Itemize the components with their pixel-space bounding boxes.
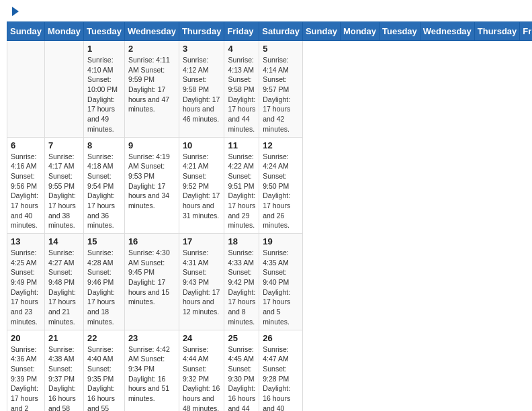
- day-info: Sunrise: 4:47 AM Sunset: 9:28 PM Dayligh…: [263, 345, 299, 412]
- day-info: Sunrise: 4:10 AM Sunset: 10:00 PM Daylig…: [87, 55, 121, 134]
- header-thursday: Thursday: [474, 22, 520, 41]
- day-info: Sunrise: 4:36 AM Sunset: 9:39 PM Dayligh…: [11, 345, 41, 412]
- header-friday: Friday: [520, 22, 532, 41]
- calendar-cell: 15Sunrise: 4:28 AM Sunset: 9:46 PM Dayli…: [84, 234, 125, 330]
- calendar-cell: 9Sunrise: 4:19 AM Sunset: 9:53 PM Daylig…: [124, 137, 179, 234]
- calendar-cell: 21Sunrise: 4:38 AM Sunset: 9:37 PM Dayli…: [44, 330, 83, 411]
- calendar-cell: 11Sunrise: 4:22 AM Sunset: 9:51 PM Dayli…: [224, 137, 259, 234]
- day-number: 1: [87, 44, 121, 54]
- header-sunday: Sunday: [7, 22, 45, 41]
- day-number: 14: [48, 236, 80, 246]
- day-info: Sunrise: 4:45 AM Sunset: 9:30 PM Dayligh…: [228, 345, 255, 412]
- day-number: 17: [183, 236, 221, 246]
- header-sunday: Sunday: [302, 22, 340, 41]
- header-saturday: Saturday: [259, 22, 303, 41]
- day-info: Sunrise: 4:11 AM Sunset: 9:59 PM Dayligh…: [128, 55, 175, 114]
- day-number: 21: [48, 333, 80, 343]
- day-number: 9: [128, 140, 175, 150]
- logo-arrow-icon: [12, 7, 19, 16]
- calendar-cell: 12Sunrise: 4:24 AM Sunset: 9:50 PM Dayli…: [259, 137, 303, 234]
- day-info: Sunrise: 4:28 AM Sunset: 9:46 PM Dayligh…: [87, 248, 121, 327]
- day-info: Sunrise: 4:14 AM Sunset: 9:57 PM Dayligh…: [263, 55, 299, 134]
- day-number: 10: [183, 140, 221, 150]
- day-number: 2: [128, 44, 175, 54]
- calendar-cell: [7, 41, 45, 138]
- calendar-header-row: SundayMondayTuesdayWednesdayThursdayFrid…: [7, 22, 533, 41]
- day-number: 4: [228, 44, 255, 54]
- day-info: Sunrise: 4:44 AM Sunset: 9:32 PM Dayligh…: [183, 345, 221, 412]
- calendar-cell: 2Sunrise: 4:11 AM Sunset: 9:59 PM Daylig…: [124, 41, 179, 138]
- calendar-cell: 4Sunrise: 4:13 AM Sunset: 9:58 PM Daylig…: [224, 41, 259, 138]
- calendar-cell: 19Sunrise: 4:35 AM Sunset: 9:40 PM Dayli…: [259, 234, 303, 330]
- day-number: 22: [87, 333, 121, 343]
- calendar-cell: 18Sunrise: 4:33 AM Sunset: 9:42 PM Dayli…: [224, 234, 259, 330]
- header-thursday: Thursday: [179, 22, 224, 41]
- calendar-cell: 17Sunrise: 4:31 AM Sunset: 9:43 PM Dayli…: [179, 234, 224, 330]
- day-number: 24: [183, 333, 221, 343]
- calendar-cell: 1Sunrise: 4:10 AM Sunset: 10:00 PM Dayli…: [84, 41, 125, 138]
- day-info: Sunrise: 4:12 AM Sunset: 9:58 PM Dayligh…: [183, 55, 221, 124]
- day-info: Sunrise: 4:30 AM Sunset: 9:45 PM Dayligh…: [128, 248, 175, 307]
- day-info: Sunrise: 4:27 AM Sunset: 9:48 PM Dayligh…: [48, 248, 80, 327]
- calendar-cell: 13Sunrise: 4:25 AM Sunset: 9:49 PM Dayli…: [7, 234, 45, 330]
- calendar-week-2: 6Sunrise: 4:16 AM Sunset: 9:56 PM Daylig…: [7, 137, 533, 234]
- day-info: Sunrise: 4:18 AM Sunset: 9:54 PM Dayligh…: [87, 152, 121, 231]
- day-info: Sunrise: 4:16 AM Sunset: 9:56 PM Dayligh…: [11, 152, 41, 231]
- day-number: 8: [87, 140, 121, 150]
- calendar-cell: [44, 41, 83, 138]
- day-info: Sunrise: 4:35 AM Sunset: 9:40 PM Dayligh…: [263, 248, 299, 327]
- calendar-cell: 3Sunrise: 4:12 AM Sunset: 9:58 PM Daylig…: [179, 41, 224, 138]
- calendar-cell: 10Sunrise: 4:21 AM Sunset: 9:52 PM Dayli…: [179, 137, 224, 234]
- page-header: [7, 7, 525, 16]
- day-info: Sunrise: 4:31 AM Sunset: 9:43 PM Dayligh…: [183, 248, 221, 317]
- calendar-table: SundayMondayTuesdayWednesdayThursdayFrid…: [7, 21, 532, 411]
- logo: [9, 7, 19, 16]
- calendar-cell: 7Sunrise: 4:17 AM Sunset: 9:55 PM Daylig…: [44, 137, 83, 234]
- day-number: 11: [228, 140, 255, 150]
- day-number: 25: [228, 333, 255, 343]
- day-number: 5: [263, 44, 299, 54]
- calendar-cell: 14Sunrise: 4:27 AM Sunset: 9:48 PM Dayli…: [44, 234, 83, 330]
- day-info: Sunrise: 4:33 AM Sunset: 9:42 PM Dayligh…: [228, 248, 255, 327]
- day-number: 7: [48, 140, 80, 150]
- day-number: 15: [87, 236, 121, 246]
- day-number: 23: [128, 333, 175, 343]
- day-number: 6: [11, 140, 41, 150]
- day-info: Sunrise: 4:19 AM Sunset: 9:53 PM Dayligh…: [128, 152, 175, 211]
- header-monday: Monday: [340, 22, 379, 41]
- day-number: 19: [263, 236, 299, 246]
- day-info: Sunrise: 4:40 AM Sunset: 9:35 PM Dayligh…: [87, 345, 121, 412]
- day-info: Sunrise: 4:17 AM Sunset: 9:55 PM Dayligh…: [48, 152, 80, 231]
- day-info: Sunrise: 4:13 AM Sunset: 9:58 PM Dayligh…: [228, 55, 255, 134]
- day-number: 3: [183, 44, 221, 54]
- calendar-cell: 23Sunrise: 4:42 AM Sunset: 9:34 PM Dayli…: [124, 330, 179, 411]
- day-info: Sunrise: 4:25 AM Sunset: 9:49 PM Dayligh…: [11, 248, 41, 327]
- header-tuesday: Tuesday: [84, 22, 125, 41]
- day-info: Sunrise: 4:21 AM Sunset: 9:52 PM Dayligh…: [183, 152, 221, 221]
- header-wednesday: Wednesday: [420, 22, 474, 41]
- calendar-cell: 5Sunrise: 4:14 AM Sunset: 9:57 PM Daylig…: [259, 41, 303, 138]
- calendar-cell: 20Sunrise: 4:36 AM Sunset: 9:39 PM Dayli…: [7, 330, 45, 411]
- calendar-cell: 6Sunrise: 4:16 AM Sunset: 9:56 PM Daylig…: [7, 137, 45, 234]
- day-number: 26: [263, 333, 299, 343]
- day-info: Sunrise: 4:42 AM Sunset: 9:34 PM Dayligh…: [128, 345, 175, 404]
- calendar-cell: 22Sunrise: 4:40 AM Sunset: 9:35 PM Dayli…: [84, 330, 125, 411]
- calendar-cell: 16Sunrise: 4:30 AM Sunset: 9:45 PM Dayli…: [124, 234, 179, 330]
- day-number: 12: [263, 140, 299, 150]
- calendar-week-3: 13Sunrise: 4:25 AM Sunset: 9:49 PM Dayli…: [7, 234, 533, 330]
- header-monday: Monday: [44, 22, 83, 41]
- header-tuesday: Tuesday: [380, 22, 420, 41]
- calendar-cell: 24Sunrise: 4:44 AM Sunset: 9:32 PM Dayli…: [179, 330, 224, 411]
- day-info: Sunrise: 4:38 AM Sunset: 9:37 PM Dayligh…: [48, 345, 80, 412]
- day-number: 20: [11, 333, 41, 343]
- day-number: 16: [128, 236, 175, 246]
- calendar-cell: 25Sunrise: 4:45 AM Sunset: 9:30 PM Dayli…: [224, 330, 259, 411]
- header-wednesday: Wednesday: [124, 22, 179, 41]
- day-number: 13: [11, 236, 41, 246]
- calendar-week-1: 1Sunrise: 4:10 AM Sunset: 10:00 PM Dayli…: [7, 41, 533, 138]
- day-info: Sunrise: 4:24 AM Sunset: 9:50 PM Dayligh…: [263, 152, 299, 231]
- header-friday: Friday: [224, 22, 259, 41]
- calendar-cell: 26Sunrise: 4:47 AM Sunset: 9:28 PM Dayli…: [259, 330, 303, 411]
- day-info: Sunrise: 4:22 AM Sunset: 9:51 PM Dayligh…: [228, 152, 255, 231]
- calendar-week-4: 20Sunrise: 4:36 AM Sunset: 9:39 PM Dayli…: [7, 330, 533, 411]
